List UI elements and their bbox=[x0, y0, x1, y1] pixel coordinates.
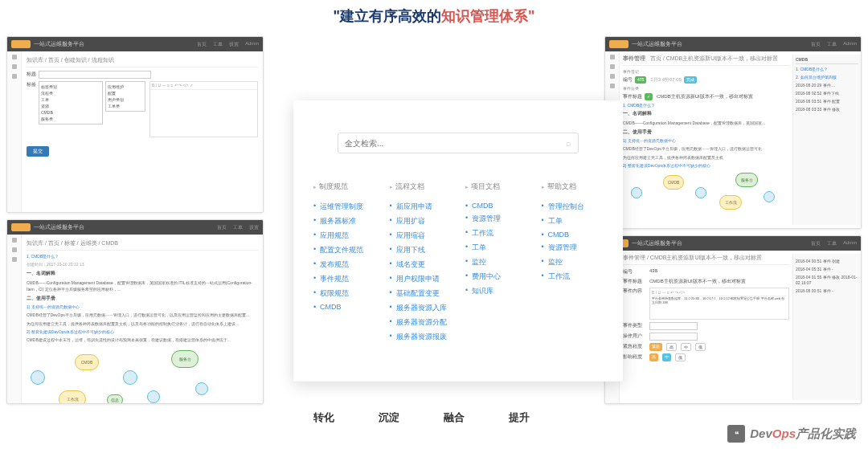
logo-icon bbox=[609, 40, 628, 48]
watermark: ❝ DevOps产品化实践 bbox=[727, 425, 856, 443]
doc-link[interactable]: 应用缩容 bbox=[396, 231, 452, 241]
doc-link[interactable]: 域名变更 bbox=[396, 259, 452, 270]
doc-link[interactable]: 服务器资源入库 bbox=[396, 303, 452, 313]
doc-link[interactable]: 服务器资源分配 bbox=[396, 317, 452, 328]
doc-link[interactable]: 工单 bbox=[472, 243, 527, 253]
doc-link[interactable]: 应用规范 bbox=[320, 231, 375, 241]
doc-link[interactable]: 管理控制台 bbox=[548, 202, 604, 212]
doc-link[interactable]: 服务器标准 bbox=[320, 216, 375, 227]
header-part2: 知识管理体系" bbox=[441, 8, 535, 24]
doc-link[interactable]: 监控 bbox=[472, 257, 527, 267]
search-input[interactable] bbox=[345, 139, 566, 148]
wechat-icon: ❝ bbox=[727, 425, 745, 443]
doc-link[interactable]: 应用扩容 bbox=[396, 216, 452, 227]
doc-link[interactable]: 工单 bbox=[548, 216, 604, 227]
doc-link[interactable]: CMDB bbox=[472, 202, 527, 210]
doc-link[interactable]: 资源管理 bbox=[472, 214, 527, 224]
doc-link[interactable]: 配置文件规范 bbox=[320, 245, 375, 255]
doc-link[interactable]: 知识库 bbox=[472, 286, 527, 296]
doc-link[interactable]: 事件规范 bbox=[320, 274, 375, 284]
column-header: 制度规范 bbox=[313, 182, 375, 195]
thumb-event-form: 一站式运维服务平台 首页工单Admin 事件管理 / CMDB主机资源新UI版本… bbox=[604, 235, 862, 404]
side-panel: 2018-04 00:51 事件 创建 2018-04 05:31 事件 - 2… bbox=[792, 254, 861, 400]
thumb-event-detail: 一站式运维服务平台 首页工单Admin 事件管理 首页 / CMDB主机资源新U… bbox=[604, 36, 862, 229]
doc-link[interactable]: 费用中心 bbox=[472, 271, 527, 282]
doc-link[interactable]: 新应用申请 bbox=[396, 202, 452, 212]
doc-link[interactable]: 工作流 bbox=[548, 271, 604, 282]
logo-icon bbox=[11, 223, 31, 231]
column-header: 流程文档 bbox=[390, 182, 452, 195]
title-input[interactable] bbox=[39, 71, 151, 79]
workflow-diagram: CMDB 服务台 工作流 信息 bbox=[27, 346, 258, 404]
content-editor[interactable]: B I U — ≡ ↶ ↷ </> 平台各种跨表数据库，11:2:25:80，1… bbox=[649, 288, 789, 320]
submit-button[interactable]: 提交 bbox=[27, 146, 49, 157]
column-header: 项目文档 bbox=[465, 182, 527, 195]
header-part1: "建立有序高效的 bbox=[333, 8, 441, 24]
bottom-keywords: 转化 沉淀 融合 提升 bbox=[313, 410, 530, 425]
doc-link[interactable]: 权限规范 bbox=[320, 288, 375, 299]
doc-link[interactable]: 资源管理 bbox=[548, 243, 604, 253]
thumb-knowledge-create: 一站式运维服务平台 首页工单设置Admin 知识库 / 首页 / 创建知识 / … bbox=[6, 36, 264, 213]
breadcrumb: 知识库 / 首页 / 创建知识 / 流程知识 bbox=[27, 56, 258, 67]
search-box[interactable]: ⌕ bbox=[338, 133, 579, 153]
tag-dropdown[interactable]: 标签类别流程类工单资源CMDB服务类 bbox=[39, 81, 103, 124]
column-header: 帮助文档 bbox=[542, 182, 604, 195]
doc-link[interactable]: 应用下线 bbox=[396, 245, 452, 255]
doc-link[interactable]: CMDB bbox=[320, 303, 375, 311]
search-icon[interactable]: ⌕ bbox=[566, 138, 571, 148]
doc-link[interactable]: 基础配置变更 bbox=[396, 288, 452, 299]
doc-link[interactable]: 发布规范 bbox=[320, 259, 375, 270]
knowledge-portal-card: ⌕ 制度规范运维管理制度服务器标准应用规范配置文件规范发布规范事件规范权限规范C… bbox=[293, 100, 623, 382]
doc-link[interactable]: 运维管理制度 bbox=[320, 202, 375, 212]
doc-link[interactable]: CMDB bbox=[548, 231, 604, 239]
side-panel: CMDB 1. CMDB是什么？ 2. 如何后台维护第四版 2018-08 20… bbox=[792, 55, 861, 225]
doc-link[interactable]: 监控 bbox=[548, 257, 604, 267]
logo-icon bbox=[11, 40, 31, 48]
doc-link[interactable]: 工作流 bbox=[472, 228, 527, 239]
doc-link[interactable]: 服务器资源报废 bbox=[396, 332, 452, 342]
editor-area[interactable]: B I U — ≡ ≡ ↶ ↷ </> ⤢ bbox=[149, 81, 258, 137]
breadcrumb: 知识库 / 首页 / 标签 / 运维类 / CMDB bbox=[27, 239, 258, 251]
thumb-knowledge-article: 一站式运维服务平台 首页工单设置 知识库 / 首页 / 标签 / 运维类 / C… bbox=[6, 219, 264, 404]
doc-link[interactable]: 用户权限申请 bbox=[396, 274, 452, 284]
